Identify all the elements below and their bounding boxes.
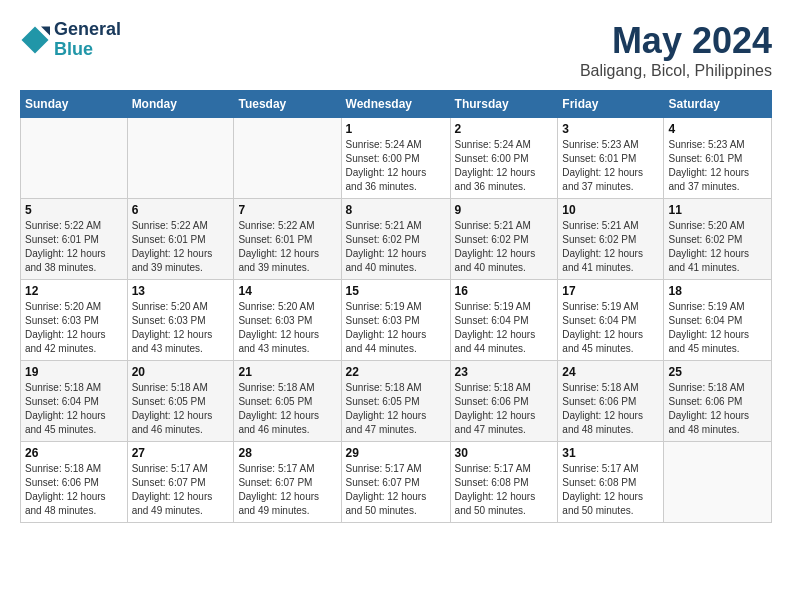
- day-info: Sunrise: 5:24 AM Sunset: 6:00 PM Dayligh…: [346, 138, 446, 194]
- day-number: 13: [132, 284, 230, 298]
- calendar-week-row: 1Sunrise: 5:24 AM Sunset: 6:00 PM Daylig…: [21, 118, 772, 199]
- day-info: Sunrise: 5:18 AM Sunset: 6:04 PM Dayligh…: [25, 381, 123, 437]
- calendar-cell: [127, 118, 234, 199]
- day-info: Sunrise: 5:21 AM Sunset: 6:02 PM Dayligh…: [346, 219, 446, 275]
- calendar-cell: 17Sunrise: 5:19 AM Sunset: 6:04 PM Dayli…: [558, 280, 664, 361]
- calendar-cell: 27Sunrise: 5:17 AM Sunset: 6:07 PM Dayli…: [127, 442, 234, 523]
- day-info: Sunrise: 5:17 AM Sunset: 6:07 PM Dayligh…: [346, 462, 446, 518]
- day-number: 30: [455, 446, 554, 460]
- calendar-cell: 21Sunrise: 5:18 AM Sunset: 6:05 PM Dayli…: [234, 361, 341, 442]
- calendar-cell: 20Sunrise: 5:18 AM Sunset: 6:05 PM Dayli…: [127, 361, 234, 442]
- calendar-cell: 25Sunrise: 5:18 AM Sunset: 6:06 PM Dayli…: [664, 361, 772, 442]
- day-number: 7: [238, 203, 336, 217]
- day-info: Sunrise: 5:22 AM Sunset: 6:01 PM Dayligh…: [238, 219, 336, 275]
- day-number: 28: [238, 446, 336, 460]
- day-number: 3: [562, 122, 659, 136]
- day-number: 29: [346, 446, 446, 460]
- day-number: 4: [668, 122, 767, 136]
- day-number: 10: [562, 203, 659, 217]
- day-number: 26: [25, 446, 123, 460]
- calendar-cell: [664, 442, 772, 523]
- day-of-week-header: Monday: [127, 91, 234, 118]
- calendar-cell: 5Sunrise: 5:22 AM Sunset: 6:01 PM Daylig…: [21, 199, 128, 280]
- calendar-cell: 24Sunrise: 5:18 AM Sunset: 6:06 PM Dayli…: [558, 361, 664, 442]
- calendar-table: SundayMondayTuesdayWednesdayThursdayFrid…: [20, 90, 772, 523]
- calendar-cell: 1Sunrise: 5:24 AM Sunset: 6:00 PM Daylig…: [341, 118, 450, 199]
- calendar-cell: 23Sunrise: 5:18 AM Sunset: 6:06 PM Dayli…: [450, 361, 558, 442]
- calendar-cell: 30Sunrise: 5:17 AM Sunset: 6:08 PM Dayli…: [450, 442, 558, 523]
- calendar-cell: 2Sunrise: 5:24 AM Sunset: 6:00 PM Daylig…: [450, 118, 558, 199]
- day-number: 11: [668, 203, 767, 217]
- calendar-week-row: 12Sunrise: 5:20 AM Sunset: 6:03 PM Dayli…: [21, 280, 772, 361]
- day-number: 24: [562, 365, 659, 379]
- day-info: Sunrise: 5:22 AM Sunset: 6:01 PM Dayligh…: [25, 219, 123, 275]
- calendar-cell: 9Sunrise: 5:21 AM Sunset: 6:02 PM Daylig…: [450, 199, 558, 280]
- logo-text: General Blue: [54, 20, 121, 60]
- day-number: 27: [132, 446, 230, 460]
- calendar-cell: 18Sunrise: 5:19 AM Sunset: 6:04 PM Dayli…: [664, 280, 772, 361]
- logo-line1: General: [54, 20, 121, 40]
- day-info: Sunrise: 5:20 AM Sunset: 6:03 PM Dayligh…: [25, 300, 123, 356]
- day-number: 21: [238, 365, 336, 379]
- day-of-week-header: Saturday: [664, 91, 772, 118]
- day-info: Sunrise: 5:18 AM Sunset: 6:06 PM Dayligh…: [668, 381, 767, 437]
- day-info: Sunrise: 5:17 AM Sunset: 6:07 PM Dayligh…: [238, 462, 336, 518]
- day-info: Sunrise: 5:18 AM Sunset: 6:06 PM Dayligh…: [562, 381, 659, 437]
- day-number: 9: [455, 203, 554, 217]
- day-info: Sunrise: 5:18 AM Sunset: 6:05 PM Dayligh…: [132, 381, 230, 437]
- day-number: 22: [346, 365, 446, 379]
- calendar-cell: 3Sunrise: 5:23 AM Sunset: 6:01 PM Daylig…: [558, 118, 664, 199]
- calendar-cell: [234, 118, 341, 199]
- calendar-cell: 26Sunrise: 5:18 AM Sunset: 6:06 PM Dayli…: [21, 442, 128, 523]
- calendar-cell: 4Sunrise: 5:23 AM Sunset: 6:01 PM Daylig…: [664, 118, 772, 199]
- day-number: 5: [25, 203, 123, 217]
- calendar-cell: 11Sunrise: 5:20 AM Sunset: 6:02 PM Dayli…: [664, 199, 772, 280]
- day-number: 20: [132, 365, 230, 379]
- calendar-cell: [21, 118, 128, 199]
- calendar-week-row: 5Sunrise: 5:22 AM Sunset: 6:01 PM Daylig…: [21, 199, 772, 280]
- day-number: 1: [346, 122, 446, 136]
- day-info: Sunrise: 5:20 AM Sunset: 6:03 PM Dayligh…: [132, 300, 230, 356]
- day-number: 6: [132, 203, 230, 217]
- day-info: Sunrise: 5:17 AM Sunset: 6:08 PM Dayligh…: [562, 462, 659, 518]
- day-number: 17: [562, 284, 659, 298]
- day-number: 31: [562, 446, 659, 460]
- day-number: 18: [668, 284, 767, 298]
- day-info: Sunrise: 5:19 AM Sunset: 6:04 PM Dayligh…: [562, 300, 659, 356]
- calendar-cell: 14Sunrise: 5:20 AM Sunset: 6:03 PM Dayli…: [234, 280, 341, 361]
- day-of-week-header: Sunday: [21, 91, 128, 118]
- day-of-week-header: Wednesday: [341, 91, 450, 118]
- calendar-week-row: 19Sunrise: 5:18 AM Sunset: 6:04 PM Dayli…: [21, 361, 772, 442]
- calendar-cell: 31Sunrise: 5:17 AM Sunset: 6:08 PM Dayli…: [558, 442, 664, 523]
- calendar-cell: 10Sunrise: 5:21 AM Sunset: 6:02 PM Dayli…: [558, 199, 664, 280]
- day-info: Sunrise: 5:22 AM Sunset: 6:01 PM Dayligh…: [132, 219, 230, 275]
- day-of-week-header: Thursday: [450, 91, 558, 118]
- day-info: Sunrise: 5:20 AM Sunset: 6:02 PM Dayligh…: [668, 219, 767, 275]
- calendar-week-row: 26Sunrise: 5:18 AM Sunset: 6:06 PM Dayli…: [21, 442, 772, 523]
- day-info: Sunrise: 5:19 AM Sunset: 6:04 PM Dayligh…: [455, 300, 554, 356]
- day-number: 14: [238, 284, 336, 298]
- calendar-body: 1Sunrise: 5:24 AM Sunset: 6:00 PM Daylig…: [21, 118, 772, 523]
- calendar-cell: 15Sunrise: 5:19 AM Sunset: 6:03 PM Dayli…: [341, 280, 450, 361]
- calendar-cell: 12Sunrise: 5:20 AM Sunset: 6:03 PM Dayli…: [21, 280, 128, 361]
- calendar-cell: 8Sunrise: 5:21 AM Sunset: 6:02 PM Daylig…: [341, 199, 450, 280]
- day-of-week-header: Friday: [558, 91, 664, 118]
- day-number: 8: [346, 203, 446, 217]
- calendar-cell: 6Sunrise: 5:22 AM Sunset: 6:01 PM Daylig…: [127, 199, 234, 280]
- day-info: Sunrise: 5:19 AM Sunset: 6:04 PM Dayligh…: [668, 300, 767, 356]
- day-number: 23: [455, 365, 554, 379]
- day-info: Sunrise: 5:24 AM Sunset: 6:00 PM Dayligh…: [455, 138, 554, 194]
- day-info: Sunrise: 5:20 AM Sunset: 6:03 PM Dayligh…: [238, 300, 336, 356]
- day-number: 19: [25, 365, 123, 379]
- calendar-cell: 19Sunrise: 5:18 AM Sunset: 6:04 PM Dayli…: [21, 361, 128, 442]
- logo: General Blue: [20, 20, 121, 60]
- logo-icon: [20, 25, 50, 55]
- calendar-cell: 28Sunrise: 5:17 AM Sunset: 6:07 PM Dayli…: [234, 442, 341, 523]
- day-info: Sunrise: 5:18 AM Sunset: 6:05 PM Dayligh…: [238, 381, 336, 437]
- calendar-cell: 7Sunrise: 5:22 AM Sunset: 6:01 PM Daylig…: [234, 199, 341, 280]
- month-year: May 2024: [580, 20, 772, 62]
- day-info: Sunrise: 5:23 AM Sunset: 6:01 PM Dayligh…: [668, 138, 767, 194]
- day-info: Sunrise: 5:17 AM Sunset: 6:07 PM Dayligh…: [132, 462, 230, 518]
- calendar-cell: 29Sunrise: 5:17 AM Sunset: 6:07 PM Dayli…: [341, 442, 450, 523]
- day-info: Sunrise: 5:18 AM Sunset: 6:06 PM Dayligh…: [25, 462, 123, 518]
